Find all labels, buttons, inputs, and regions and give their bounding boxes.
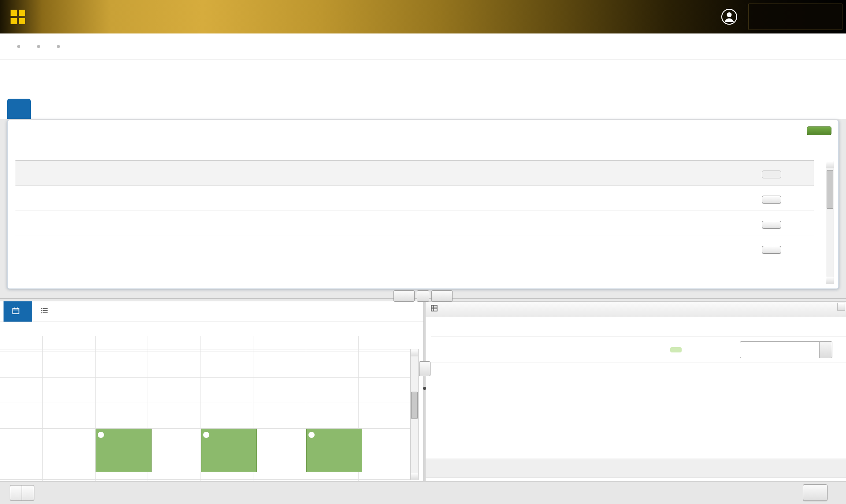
cell-linked-sections <box>692 211 761 236</box>
col-linked-sections[interactable] <box>692 141 761 161</box>
col-section[interactable] <box>163 141 193 161</box>
cell-campus <box>467 211 496 236</box>
summary-col-schedule[interactable] <box>627 317 670 337</box>
summary-col-details[interactable] <box>515 317 570 337</box>
action-dropdown[interactable] <box>740 341 832 358</box>
search-again-button[interactable] <box>807 126 831 135</box>
cell-subject <box>89 236 135 261</box>
table-row <box>15 211 814 236</box>
col-meeting-times[interactable] <box>343 141 467 161</box>
col-hours[interactable] <box>193 141 221 161</box>
tab-schedule[interactable] <box>4 301 32 322</box>
summary-col-status[interactable] <box>670 317 739 337</box>
col-attribute[interactable] <box>587 141 692 161</box>
scroll-up-icon[interactable] <box>826 161 834 168</box>
app-menu-icon[interactable] <box>11 10 25 24</box>
day-header-friday <box>306 336 359 349</box>
cell-crn <box>221 211 249 236</box>
col-course[interactable] <box>135 141 163 161</box>
tab-find-classes[interactable] <box>7 99 31 119</box>
collapse-left-button[interactable] <box>419 361 430 376</box>
day-header-wednesday <box>200 336 253 349</box>
cell-attribute <box>587 161 692 186</box>
col-instructor[interactable] <box>277 141 343 161</box>
breadcrumb-separator <box>17 45 20 48</box>
cell-schedule-type <box>542 186 587 211</box>
calendar-event-monday[interactable] <box>96 429 152 472</box>
cell-section <box>163 186 193 211</box>
calendar-scrollbar[interactable] <box>410 349 419 480</box>
cell-instructor <box>277 161 343 186</box>
cell-course <box>135 211 163 236</box>
cell-schedule-type <box>542 236 587 261</box>
university-logo <box>41 16 42 17</box>
results-header <box>15 126 831 137</box>
summary-col-hour[interactable] <box>570 317 592 337</box>
cell-status <box>496 161 542 186</box>
schedule-tabs <box>0 301 423 322</box>
col-term[interactable] <box>249 141 277 161</box>
cell-subject <box>89 211 135 236</box>
calendar-event-friday[interactable] <box>306 429 362 472</box>
summary-col-title[interactable] <box>431 317 515 337</box>
col-campus[interactable] <box>467 141 496 161</box>
cell-subject <box>89 186 135 211</box>
col-status[interactable] <box>496 141 542 161</box>
panel-divider-dot-button[interactable] <box>417 290 429 302</box>
dropdown-arrow-icon <box>819 342 832 358</box>
cell-add <box>761 161 814 186</box>
calendar-gutter <box>0 336 42 349</box>
cell-subject <box>89 161 135 186</box>
schedule-title <box>0 322 423 336</box>
cell-term <box>249 161 277 186</box>
cell-campus <box>467 161 496 186</box>
cell-instructor <box>277 236 343 261</box>
tab-schedule-details[interactable] <box>32 301 61 322</box>
add-button[interactable] <box>762 196 781 204</box>
cell-instructor <box>277 186 343 211</box>
col-crn[interactable] <box>221 141 249 161</box>
col-title[interactable] <box>15 141 89 161</box>
cell-status <box>496 211 542 236</box>
panels-button[interactable] <box>10 485 34 501</box>
col-subject[interactable] <box>89 141 135 161</box>
list-icon <box>41 307 48 316</box>
divider-handle-dot[interactable] <box>423 387 426 390</box>
summary-row <box>431 337 846 363</box>
scroll-down-icon[interactable] <box>826 277 834 284</box>
cell-attribute <box>587 236 692 261</box>
schedule-panel <box>0 301 423 481</box>
cell-add <box>761 186 814 211</box>
cell-linked-sections <box>692 186 761 211</box>
scrollbar-thumb[interactable] <box>827 170 833 209</box>
cell-title <box>15 186 89 211</box>
cell-hours <box>193 186 221 211</box>
cell-add <box>761 211 814 236</box>
scrollbar-thumb[interactable] <box>411 392 418 419</box>
col-add[interactable] <box>761 141 814 161</box>
table-settings-gear-icon[interactable] <box>818 159 818 170</box>
tab-enter-crns[interactable] <box>35 99 59 119</box>
col-schedule-type[interactable] <box>542 141 587 161</box>
tab-schedule-and-options[interactable] <box>63 99 87 119</box>
add-button[interactable] <box>762 221 781 229</box>
scroll-down-icon[interactable] <box>411 473 418 480</box>
panel-collapse-down-button[interactable] <box>431 290 453 302</box>
submit-button[interactable] <box>803 484 827 501</box>
search-results-panel <box>7 120 839 289</box>
calendar-day-header <box>0 336 411 349</box>
summary-col-action[interactable] <box>739 317 836 337</box>
user-profile-icon[interactable] <box>721 8 738 25</box>
summary-grid-icon <box>431 305 438 314</box>
cell-term <box>249 211 277 236</box>
cell-course <box>135 186 163 211</box>
panel-collapse-up-button[interactable] <box>393 290 415 302</box>
scroll-up-icon[interactable] <box>837 303 845 311</box>
topbar-search-box[interactable] <box>748 4 842 30</box>
summary-col-crn[interactable] <box>592 317 627 337</box>
add-button[interactable] <box>762 246 781 254</box>
scroll-up-icon[interactable] <box>411 349 418 356</box>
results-scrollbar[interactable] <box>826 161 834 284</box>
calendar-event-wednesday[interactable] <box>201 429 257 472</box>
topbar-actions <box>710 4 842 30</box>
